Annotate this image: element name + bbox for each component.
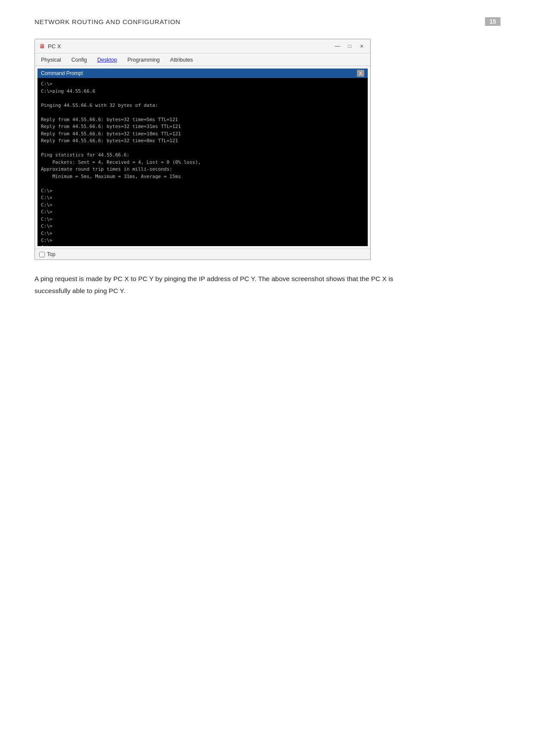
command-prompt-body[interactable]: C:\> C:\>ping 44.55.66.6 Pinging 44.55.6… [38, 78, 368, 246]
tab-desktop[interactable]: Desktop [96, 56, 119, 66]
window-controls: — □ × [333, 42, 366, 50]
window-title: PC X [48, 43, 333, 50]
simulator-window: 🖥 PC X — □ × Physical Config Desktop Pro… [34, 39, 371, 260]
page-number: 15 [485, 17, 501, 26]
close-button[interactable]: × [357, 42, 366, 50]
bottom-bar: Top [35, 249, 370, 259]
top-checkbox[interactable] [39, 252, 45, 257]
page-header: NETWORK ROUTING AND CONFIGURATION 15 [34, 17, 501, 26]
tab-attributes[interactable]: Attributes [169, 56, 195, 66]
title-bar: 🖥 PC X — □ × [35, 39, 370, 53]
command-prompt-title: Command Prompt [41, 70, 83, 76]
tab-bar: Physical Config Desktop Programming Attr… [35, 53, 370, 66]
command-prompt-container: Command Prompt X C:\> C:\>ping 44.55.66.… [35, 66, 370, 249]
window-icon: 🖥 [39, 43, 45, 50]
command-prompt-content: C:\> C:\>ping 44.55.66.6 Pinging 44.55.6… [41, 81, 364, 246]
tab-programming[interactable]: Programming [126, 56, 162, 66]
page-title: NETWORK ROUTING AND CONFIGURATION [34, 18, 181, 25]
command-prompt-close-button[interactable]: X [357, 70, 364, 77]
tab-config[interactable]: Config [70, 56, 89, 66]
minimize-button[interactable]: — [333, 42, 342, 50]
command-prompt-header: Command Prompt X [38, 69, 368, 78]
description-text: A ping request is made by PC X to PC Y b… [34, 273, 422, 297]
tab-physical[interactable]: Physical [39, 56, 63, 66]
top-checkbox-label: Top [47, 251, 55, 257]
maximize-button[interactable]: □ [345, 42, 354, 50]
